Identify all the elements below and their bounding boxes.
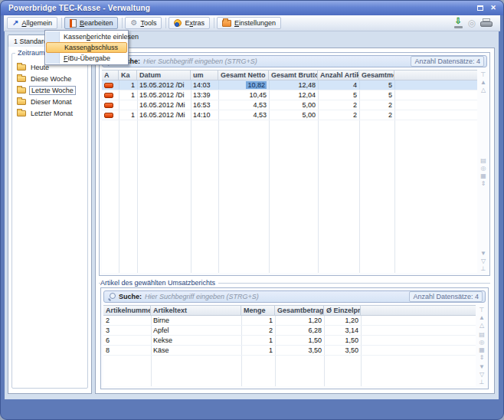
column-header-ka[interactable]: Ka [119, 71, 137, 80]
column-header-datum[interactable]: Datum [137, 71, 191, 80]
cell-einzelpreis: 1,20 [324, 316, 361, 325]
copy-icon[interactable]: ◎ [468, 18, 476, 28]
search-input[interactable]: Hier Suchbegriff eingeben (STRG+S) [145, 293, 409, 300]
close-button[interactable]: ✕ [488, 4, 499, 13]
cell-brutto: 12,04 [269, 90, 318, 100]
search-input[interactable]: Hier Suchbegriff eingeben (STRG+S) [143, 57, 411, 65]
period-label: Dieser Monat [29, 98, 74, 106]
folder-open-icon [17, 87, 26, 94]
menu-item-kassenabschluss[interactable]: Kassenabschluss [46, 42, 127, 53]
menu-label: Einstellungen [234, 19, 276, 27]
app-window: Powerbridge TEC-Kasse - Verwaltung ✕ ↗ A… [0, 0, 504, 420]
menu-separator [61, 18, 62, 28]
folder-icon [17, 76, 26, 82]
cell-einzelpreis: 1,50 [324, 336, 361, 345]
menu-tools[interactable]: ⚙ Tools [125, 17, 162, 29]
cell-artikelnummer: 8 [103, 346, 151, 355]
article-row[interactable]: 3 Apfel 2 6,28 3,14 [103, 326, 476, 336]
report-row[interactable]: 1 15.05.2012 /Di 14:03 10,82 12,48 4 5 [102, 80, 477, 90]
scroll-top-icon[interactable]: ⊤ [479, 307, 485, 313]
expand-rows-icon[interactable]: ⇕ [481, 180, 486, 187]
column-header-a[interactable]: A [102, 71, 119, 80]
row-prev-icon[interactable]: △ [479, 322, 484, 329]
menu-bearbeiten[interactable]: Bearbeiten [64, 17, 119, 29]
focused-cell[interactable]: 10,82 [246, 81, 267, 89]
settings-folder-icon [222, 20, 231, 27]
menu-extras[interactable]: Extras [169, 17, 210, 29]
articles-group-label: Artikel des gewählten Umsatzberichts [100, 279, 218, 287]
row-down-icon[interactable]: ▼ [480, 250, 486, 257]
cell-artikel: 2 [318, 100, 359, 110]
articles-section: Artikel des gewählten Umsatzberichts Suc… [99, 280, 490, 390]
report-state-icon [104, 103, 113, 108]
menu-einstellungen[interactable]: Einstellungen [217, 17, 281, 29]
title-bar: Powerbridge TEC-Kasse - Verwaltung ✕ [1, 1, 503, 15]
reports-section: Suche: Hier Suchbegriff eingeben (STRG+S… [99, 52, 490, 276]
import-icon[interactable]: ⇩ [453, 18, 463, 28]
column-header-netto[interactable]: Gesamt Netto [218, 71, 269, 80]
grid-view-icon[interactable]: ▤ [479, 331, 485, 338]
sidebar-item-letzter-monat[interactable]: Letzter Monat [17, 107, 86, 119]
scroll-top-icon[interactable]: ⊤ [481, 71, 486, 78]
cell-artikelnummer: 6 [103, 336, 151, 345]
report-row[interactable]: 1 15.05.2012 /Di 13:39 10,45 12,04 5 5 [102, 90, 477, 100]
report-row[interactable]: 16.05.2012 /Mi 16:53 4,53 5,00 2 2 [102, 100, 477, 110]
menu-item-kassenberichte-einlesen[interactable]: Kassenberichte einlesen [46, 31, 127, 42]
main-panel: Suche: Hier Suchbegriff eingeben (STRG+S… [95, 48, 495, 394]
folder-icon [17, 99, 26, 105]
article-row[interactable]: 6 Kekse 1 1,50 1,50 [103, 336, 476, 346]
column-header-um[interactable]: um [191, 71, 218, 80]
zeitraum-groupbox: Zeitraum Heute Diese Woche Letzte Woche [11, 53, 88, 389]
sort-ascending-icon: ▲ [311, 72, 316, 77]
gear-icon: ⚙ [130, 19, 137, 27]
column-header-einzelpreis[interactable]: Ø Einzelpreis [324, 306, 361, 315]
column-header-gesamtbetrag[interactable]: Gesamtbetrag [275, 306, 324, 315]
column-header-menge[interactable]: Menge [241, 306, 275, 315]
row-next-icon[interactable]: ▽ [479, 371, 484, 378]
restore-button[interactable] [475, 4, 486, 13]
menu-allgemein[interactable]: ↗ Allgemein [7, 17, 57, 29]
folder-icon [17, 64, 26, 71]
cell-artikel: 4 [318, 80, 359, 90]
cell-artikeltext: Apfel [151, 326, 241, 335]
cell-menge: 1 [241, 336, 275, 345]
column-header-filler [361, 306, 476, 315]
menu-item-fibu-uebergabe[interactable]: FiBu-Übergabe [46, 53, 127, 64]
menu-label: Tools [140, 19, 156, 27]
sidebar-item-dieser-monat[interactable]: Dieser Monat [17, 96, 86, 107]
folder-icon [17, 110, 26, 116]
column-header-artikel[interactable]: Anzahl Artikel [318, 71, 359, 80]
cell-datum: 16.05.2012 /Mi [137, 100, 191, 110]
column-header-artikelnummer[interactable]: Artikelnummer [103, 306, 151, 315]
row-down-icon[interactable]: ▼ [479, 363, 485, 370]
chart-view-icon[interactable]: ▦ [479, 346, 485, 353]
cell-artikeltext: Birne [151, 316, 241, 325]
cell-artikel: 2 [318, 110, 359, 120]
scroll-bottom-icon[interactable]: ⊥ [481, 265, 486, 272]
search-zoom-icon[interactable]: ◎ [481, 165, 486, 172]
sidebar-item-diese-woche[interactable]: Diese Woche [17, 73, 86, 84]
articles-search-band: Suche: Hier Suchbegriff eingeben (STRG+S… [103, 290, 486, 303]
row-next-icon[interactable]: ▽ [481, 258, 486, 264]
grid-view-icon[interactable]: ▤ [480, 157, 486, 164]
column-header-artikeltext[interactable]: Artikeltext [151, 306, 241, 315]
row-prev-icon[interactable]: △ [481, 87, 486, 94]
column-header-menge[interactable]: Gesamtmeng [359, 71, 394, 80]
column-header-brutto[interactable]: Gesamt Brutto ▲ [269, 71, 318, 80]
row-up-icon[interactable]: ▲ [479, 314, 485, 321]
report-row[interactable]: 1 16.05.2012 /Mi 14:10 4,53 5,00 2 2 [102, 110, 477, 120]
scroll-bottom-icon[interactable]: ⊥ [479, 379, 485, 386]
expand-rows-icon[interactable]: ⇕ [479, 354, 485, 361]
article-row[interactable]: 2 Birne 1 1,20 1,20 [103, 316, 476, 326]
search-zoom-icon[interactable]: ◎ [479, 339, 485, 346]
cell-datum: 16.05.2012 /Mi [137, 110, 191, 120]
row-up-icon[interactable]: ▲ [480, 79, 486, 86]
print-icon[interactable] [480, 18, 493, 28]
chart-view-icon[interactable]: ▦ [480, 172, 486, 179]
search-icon [108, 293, 116, 300]
zeitraum-label: Zeitraum [15, 49, 47, 57]
sidebar-item-letzte-woche[interactable]: Letzte Woche [17, 84, 86, 96]
article-row[interactable]: 8 Käse 1 3,50 3,50 [103, 346, 476, 356]
window-title: Powerbridge TEC-Kasse - Verwaltung [8, 4, 473, 12]
reports-grid-header: A Ka Datum um Gesamt Netto Gesamt Brutto… [102, 71, 477, 80]
